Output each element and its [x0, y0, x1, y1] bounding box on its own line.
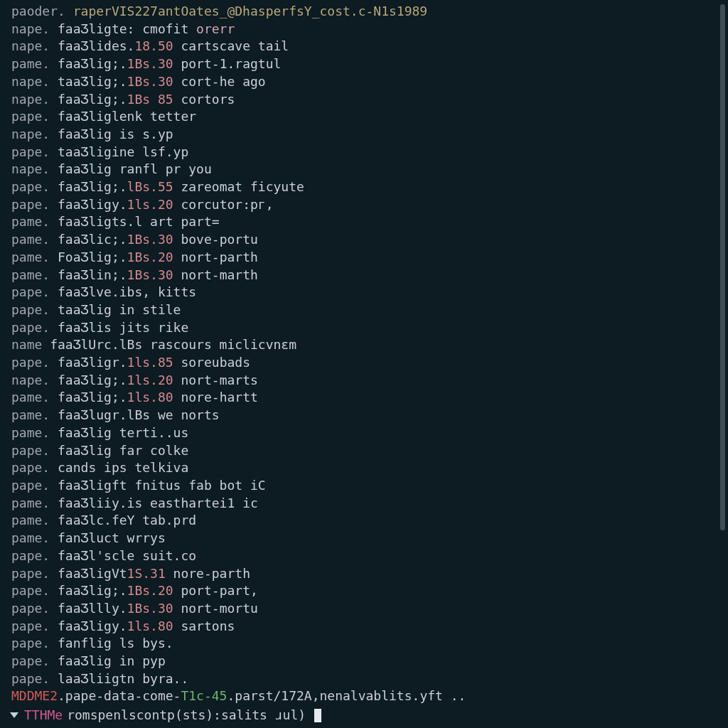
output-line: nape. taaƷlig;.1Bs.30 cort-he ago [11, 73, 717, 91]
output-line: pape. faaƷligVt1S.31 nore-parth [11, 565, 717, 583]
output-line: pape. laaƷliigtn byra.. [11, 670, 717, 688]
output-line: pame. fanƷluct wrrys [11, 530, 717, 547]
output-line: pape. taaƷlig in stile [11, 301, 717, 319]
prompt-command: romspenlscontp(sts):salits ɹul) [67, 707, 306, 724]
output-line: nape. faaƷlides.18.50 cartscave tail [11, 38, 717, 55]
output-line: pape. faaƷligr.1ls.85 soreubads [11, 354, 717, 372]
output-line: pape. faaƷlig in pyp [11, 653, 717, 670]
prompt-label: TTHMe [24, 707, 63, 724]
output-line: pame. faaƷlc.feY tab.prd [11, 512, 717, 530]
output-line: pape. faaƷl'scle suit.co [11, 547, 717, 565]
output-line: pape. faaƷlig far colke [11, 442, 717, 460]
output-line: pape. faaƷllly.1Bs.30 nort-mortu [11, 600, 717, 618]
output-line: pame. faaƷligts.l art part= [11, 213, 717, 231]
output-line: nape. faaƷlig ranfl pr you [11, 161, 717, 178]
output-line: nape. faaƷlig is s.yp [11, 126, 717, 144]
output-line: pape. faaƷlig;.1Bs.20 port-part, [11, 582, 717, 600]
scrollbar-thumb[interactable] [720, 4, 725, 530]
output-line: nape. faaƷligte: cmofit orerr [11, 21, 717, 38]
output-line: pame. FoaƷlig;.1Bs.20 nort-parth [11, 249, 717, 267]
output-line: pame. faaƷlig terti..us [11, 424, 717, 442]
output-line: paoder. raperVIS227antOates_@DhasperfsY_… [11, 3, 717, 21]
terminal-window[interactable]: paoder. raperVIS227antOates_@DhasperfsY_… [0, 0, 728, 728]
output-line: nape. faaƷlig;.1Bs 85 cortors [11, 91, 717, 109]
output-line: pape. faaƷligft fnitus fab bot iC [11, 477, 717, 495]
output-line: pape. faaƷlis jits rike [11, 319, 717, 337]
output-line: pape. faaƷligy.1ls.20 corcutor:pг, [11, 196, 717, 214]
output-line: pape. fanflig ls bys. [11, 635, 717, 653]
terminal-output: paoder. raperVIS227antOates_@DhasperfsY_… [11, 3, 717, 705]
output-line: pame. faaƷlin;.1Bs.30 nort-marth [11, 267, 717, 284]
text-cursor [314, 709, 321, 722]
output-line: pame. faaƷliiy.is easthartei1 ic [11, 495, 717, 513]
output-line: nape. faaƷlig;.1ls.20 nort-marts [11, 372, 717, 390]
chevron-down-icon [10, 712, 18, 718]
output-line: pame. faaƷlic;.1Bs.30 bove-portu [11, 231, 717, 249]
output-line: pape. faaƷliglenk tetter [11, 108, 717, 126]
output-line: pame. faaƷlig;.1Bs.30 port-1.ragtul [11, 55, 717, 73]
output-line: pape. faaƷlve.ibs, kitts [11, 284, 717, 301]
prompt-row[interactable]: TTHMe romspenlscontp(sts):salits ɹul) [11, 705, 717, 724]
output-line: pape. faaƷlig;.lBs.55 zareomat ficyute [11, 178, 717, 196]
output-line: pape. faaƷligy.1ls.80 sartons [11, 618, 717, 636]
output-line: pame. faaƷlugr.lBs we norts [11, 407, 717, 424]
output-line: pape. cands ips telkiva [11, 459, 717, 477]
output-line: name faaƷlUrc.lBs rascours miclicvnɛm [11, 336, 717, 354]
output-line: pame. faaƷlig;.1ls.80 nore-hartt [11, 389, 717, 407]
status-line: MDDME2.pape-data-come-T1c-45.parst/172A,… [11, 687, 717, 705]
output-line: pape. taaƷligine lsf.yp [11, 144, 717, 161]
